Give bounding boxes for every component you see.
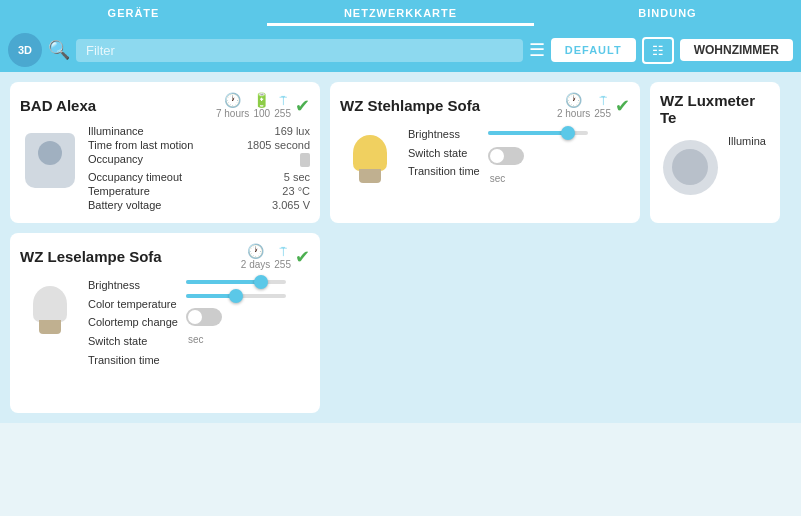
card-body-leselampe: Brightness Color temperature Colortemp c… — [20, 276, 310, 369]
card-header-luxmeter: WZ Luxmeter Te — [660, 92, 770, 126]
status-check-icon-stehlampe: ✔ — [615, 95, 630, 117]
slider-brightness[interactable] — [488, 131, 630, 135]
nav-item-netzwerkkarte[interactable]: NETZWERKKARTE — [267, 3, 534, 26]
clock-icon-leselampe: 🕐 — [247, 243, 264, 259]
clock-icon-stehlampe: 🕐 — [565, 92, 582, 108]
battery-value: 100 — [253, 108, 270, 119]
card-icons-bad-alexa: 🕐 7 hours 🔋 100 ⍑ 255 ✔ — [216, 92, 310, 119]
toggle-row-stehlampe[interactable] — [488, 147, 630, 165]
time-value: 7 hours — [216, 108, 249, 119]
card-title-leselampe: WZ Leselampe Sofa — [20, 248, 162, 265]
btn-3d[interactable]: 3D — [8, 33, 42, 67]
card-wz-luxmeter: WZ Luxmeter Te Illumina — [650, 82, 780, 223]
label-brightness-leselampe: Brightness — [88, 276, 178, 295]
prop-occupancy: Occupancy — [88, 153, 310, 169]
label-illumina-luxmeter: Illumina — [728, 132, 766, 151]
device-image-stehlampe — [340, 125, 400, 195]
default-tab-button[interactable]: DEFAULT — [551, 38, 636, 62]
prop-occupancy-timeout: Occupancy timeout 5 sec — [88, 171, 310, 183]
bulb-shape — [352, 135, 388, 185]
search-button[interactable]: 🔍 — [48, 39, 70, 61]
card-title-luxmeter: WZ Luxmeter Te — [660, 92, 770, 126]
slider-track-brightness-leselampe[interactable] — [186, 280, 286, 284]
prop-time-last-motion: Time from last motion 1805 second — [88, 139, 310, 151]
time-group: 🕐 7 hours — [216, 92, 249, 119]
bulb-shape-leselampe — [32, 286, 68, 336]
nav-item-geraete[interactable]: GERÄTE — [0, 3, 267, 26]
prop-temperature: Temperature 23 °C — [88, 185, 310, 197]
toggle-knob-stehlampe — [490, 149, 504, 163]
toggle-knob-leselampe — [188, 310, 202, 324]
label-brightness-stehlampe: Brightness — [408, 125, 480, 144]
time-value-leselampe: 2 days — [241, 259, 270, 270]
label-transition-time-leselampe: Transition time — [88, 351, 178, 370]
wifi-value-stehlampe: 255 — [594, 108, 611, 119]
card-icons-wz-stehlampe: 🕐 2 hours ⍑ 255 ✔ — [557, 92, 630, 119]
slider-brightness-leselampe[interactable] — [186, 280, 310, 284]
props-labels-luxmeter: Illumina — [728, 132, 766, 151]
search-bar: 3D 🔍 ☰ DEFAULT ☷ WOHNZIMMER — [0, 28, 801, 72]
wifi-icon: ⍑ — [279, 92, 287, 108]
props-labels-stehlampe: Brightness Switch state Transition time — [408, 125, 480, 181]
filter-input[interactable] — [76, 39, 523, 62]
card-wz-stehlampe: WZ Stehlampe Sofa 🕐 2 hours ⍑ 255 ✔ — [330, 82, 640, 223]
grid-icon: ☷ — [652, 43, 664, 58]
slider-thumb-brightness-leselampe[interactable] — [254, 275, 268, 289]
props-labels-leselampe: Brightness Color temperature Colortemp c… — [88, 276, 178, 369]
top-navigation: GERÄTE NETZWERKKARTE BINDUNG — [0, 0, 801, 28]
sort-icon: ☰ — [529, 40, 545, 60]
label-transition-time-stehlampe: Transition time — [408, 162, 480, 181]
prop-illuminance: Illuminance 169 lux — [88, 125, 310, 137]
card-header-bad-alexa: BAD Alexa 🕐 7 hours 🔋 100 ⍑ 255 ✔ — [20, 92, 310, 119]
slider-track-colortemp-leselampe[interactable] — [186, 294, 286, 298]
device-image-luxmeter — [660, 132, 720, 202]
slider-fill-brightness-leselampe — [186, 280, 261, 284]
label-switch-state-stehlampe: Switch state — [408, 144, 480, 163]
wifi-icon-leselampe: ⍑ — [279, 243, 287, 259]
prop-battery-voltage: Battery voltage 3.065 V — [88, 199, 310, 211]
clock-icon: 🕐 — [224, 92, 241, 108]
props-table-bad-alexa: Illuminance 169 lux Time from last motio… — [88, 125, 310, 213]
slider-thumb-colortemp-leselampe[interactable] — [229, 289, 243, 303]
card-body-wz-stehlampe: Brightness Switch state Transition time … — [340, 125, 630, 195]
status-check-icon-leselampe: ✔ — [295, 246, 310, 268]
card-title-bad-alexa: BAD Alexa — [20, 97, 96, 114]
room-button[interactable]: WOHNZIMMER — [680, 39, 793, 61]
card-body-bad-alexa: Illuminance 169 lux Time from last motio… — [20, 125, 310, 213]
card-title-wz-stehlampe: WZ Stehlampe Sofa — [340, 97, 480, 114]
device-image-leselampe — [20, 276, 80, 346]
motion-sensor-shape — [25, 133, 75, 188]
card-bad-alexa: BAD Alexa 🕐 7 hours 🔋 100 ⍑ 255 ✔ — [10, 82, 320, 223]
slider-thumb-brightness[interactable] — [561, 126, 575, 140]
battery-icon: 🔋 — [253, 92, 270, 108]
label-colortemp-change-leselampe: Colortemp change — [88, 313, 178, 332]
toggle-switch-leselampe[interactable] — [186, 308, 222, 326]
main-content: BAD Alexa 🕐 7 hours 🔋 100 ⍑ 255 ✔ — [0, 72, 801, 423]
sliders-leselampe: sec — [186, 276, 310, 345]
status-check-icon: ✔ — [295, 95, 310, 117]
slider-colortemp-leselampe[interactable] — [186, 294, 310, 298]
time-value-stehlampe: 2 hours — [557, 108, 590, 119]
device-image-bad-alexa — [20, 125, 80, 195]
nav-item-bindung[interactable]: BINDUNG — [534, 3, 801, 26]
toggle-switch-stehlampe[interactable] — [488, 147, 524, 165]
sliders-stehlampe: sec — [488, 127, 630, 184]
search-icon: 🔍 — [48, 39, 70, 61]
card-icons-leselampe: 🕐 2 days ⍑ 255 ✔ — [241, 243, 310, 270]
slider-track-brightness[interactable] — [488, 131, 588, 135]
battery-group: 🔋 100 — [253, 92, 270, 119]
sort-button[interactable]: ☰ — [529, 39, 545, 61]
wifi-icon-stehlampe: ⍑ — [599, 92, 607, 108]
card-body-luxmeter: Illumina — [660, 132, 770, 202]
toggle-row-leselampe[interactable] — [186, 308, 310, 326]
wifi-value: 255 — [274, 108, 291, 119]
label-color-temp-leselampe: Color temperature — [88, 295, 178, 314]
label-switch-state-leselampe: Switch state — [88, 332, 178, 351]
slider-fill-brightness — [488, 131, 568, 135]
grid-view-button[interactable]: ☷ — [642, 37, 674, 64]
toggle-label-stehlampe: sec — [490, 173, 630, 184]
toggle-label-leselampe: sec — [188, 334, 310, 345]
card-wz-leselampe: WZ Leselampe Sofa 🕐 2 days ⍑ 255 ✔ — [10, 233, 320, 413]
wifi-group: ⍑ 255 — [274, 92, 291, 119]
round-sensor-shape — [663, 140, 718, 195]
